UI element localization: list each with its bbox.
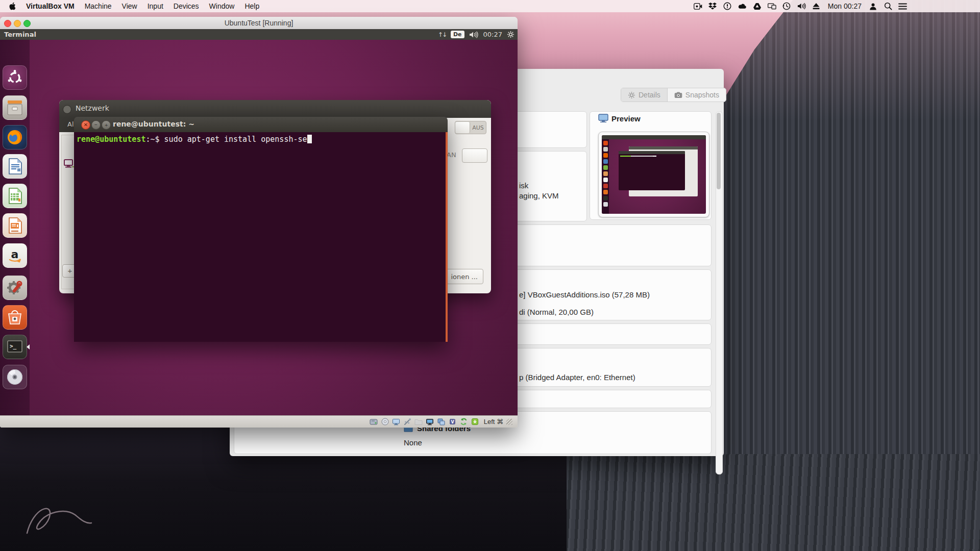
switch-knob — [455, 122, 470, 133]
display-status-icon[interactable] — [426, 417, 434, 426]
menu-input[interactable]: Input — [142, 2, 168, 10]
terminal-maximize-button[interactable]: ＋ — [102, 120, 111, 130]
mouse-integration-icon[interactable] — [459, 417, 468, 426]
ubuntu-clock[interactable]: 00:27 — [483, 31, 502, 38]
gear-icon — [628, 91, 635, 99]
resize-grip[interactable] — [506, 419, 512, 425]
manager-scrollbar[interactable] — [716, 111, 723, 474]
terminal-titlebar[interactable]: ✕ − ＋ rene@ubuntutest: ~ — [74, 117, 448, 133]
menu-window[interactable]: Window — [204, 2, 240, 10]
manager-view-tabs: Details Snapshots — [621, 88, 726, 102]
vm-window: UbuntuTest [Running] Terminal ↑↓ De 00:2… — [0, 17, 518, 428]
vm-status-bar: V Left ⌘ — [0, 415, 518, 428]
user-icon[interactable] — [869, 2, 877, 11]
network-indicator-icon[interactable]: ↑↓ — [438, 31, 446, 38]
libreoffice-writer-icon[interactable] — [3, 154, 27, 179]
prompt-symbol: :~$ — [145, 135, 164, 144]
apple-icon — [9, 2, 16, 10]
menu-machine[interactable]: Machine — [80, 2, 117, 10]
displays-icon[interactable] — [768, 2, 776, 11]
terminal-cursor — [307, 135, 312, 143]
ubuntu-app-menu[interactable]: Terminal — [4, 31, 36, 38]
software-center-icon[interactable] — [3, 305, 27, 330]
onepassword-icon[interactable] — [723, 2, 732, 11]
mini-terminal-window — [619, 151, 685, 190]
tab-snapshots[interactable]: Snapshots — [668, 88, 726, 102]
manager-scrollbar-thumb[interactable] — [717, 113, 721, 189]
tab-details[interactable]: Details — [621, 88, 668, 102]
sound-indicator-icon[interactable] — [469, 31, 479, 38]
svg-text:a: a — [11, 248, 19, 261]
terminal-minimize-button[interactable]: − — [91, 120, 101, 130]
network-icon[interactable] — [392, 417, 401, 426]
menu-virtualbox-vm[interactable]: VirtualBox VM — [21, 2, 80, 10]
all-settings-partial-label[interactable]: Al — [67, 120, 74, 128]
search-icon[interactable] — [884, 2, 892, 11]
amazon-icon[interactable]: a — [3, 243, 27, 268]
dropbox-icon[interactable] — [708, 2, 717, 11]
cloud-icon[interactable] — [738, 2, 747, 11]
host-key-hint: Left ⌘ — [484, 418, 503, 425]
mini-topbar — [602, 135, 706, 139]
network-adapter-text: p (Bridged Adapter, en0: Ethernet) — [519, 373, 635, 382]
video-camera-icon[interactable] — [694, 2, 702, 11]
svg-text:>_: >_ — [10, 343, 17, 349]
volume-icon[interactable] — [797, 2, 806, 11]
svg-text:V: V — [451, 420, 454, 424]
wired-switch-on-label: AN — [447, 151, 456, 159]
tab-details-label: Details — [639, 91, 660, 99]
terminal-close-button[interactable]: ✕ — [81, 120, 90, 130]
keyboard-capture-icon[interactable] — [471, 417, 479, 426]
wallpaper-signature — [18, 497, 94, 548]
terminal-body[interactable]: rene@ubuntutest:~$ sudo apt-get install … — [74, 132, 448, 342]
optical-disc-icon[interactable] — [381, 417, 389, 426]
terminal-right-edge-accent — [446, 132, 448, 342]
google-drive-icon[interactable] — [753, 2, 762, 11]
storage-iso-text: e] VBoxGuestAdditions.iso (57,28 MB) — [519, 290, 650, 299]
time-machine-icon[interactable] — [782, 2, 791, 11]
terminal-prompt-line: rene@ubuntutest:~$ sudo apt-get install … — [77, 135, 312, 144]
libreoffice-calc-icon[interactable] — [3, 184, 27, 208]
vm-preview-thumbnail[interactable] — [598, 132, 709, 217]
preview-heading: Preview — [611, 114, 641, 123]
dash-home-icon[interactable] — [3, 65, 27, 90]
cd-burner-icon[interactable] — [3, 365, 27, 389]
wired-network-switch[interactable] — [462, 148, 487, 163]
wallpaper-cliff-bottom — [510, 454, 980, 551]
terminal-title: rene@ubuntutest: ~ — [113, 120, 194, 128]
vm-window-title: UbuntuTest [Running] — [0, 19, 518, 27]
menu-devices[interactable]: Devices — [168, 2, 204, 10]
virtualization-chip-icon[interactable]: V — [448, 417, 457, 426]
system-settings-icon[interactable] — [3, 276, 27, 300]
menu-help[interactable]: Help — [239, 2, 264, 10]
usb-icon[interactable] — [403, 417, 412, 426]
netzwerk-titlebar[interactable]: Netzwerk — [59, 100, 491, 118]
system-bootorder-text: isk — [519, 181, 528, 190]
vm-preview-screen — [602, 135, 706, 214]
menu-bar-clock[interactable]: Mon 00:27 — [828, 2, 862, 10]
terminal-icon[interactable]: >_ — [3, 335, 27, 359]
unity-launcher: a >_ — [0, 40, 30, 415]
airplane-mode-switch[interactable]: AUS — [455, 121, 486, 134]
libreoffice-impress-icon[interactable] — [3, 213, 27, 238]
menu-view[interactable]: View — [117, 2, 142, 10]
shared-folder-status-icon[interactable] — [414, 417, 423, 426]
eject-icon[interactable] — [812, 2, 821, 11]
firefox-icon[interactable] — [3, 125, 27, 149]
session-gear-icon[interactable] — [507, 31, 514, 38]
notification-list-icon[interactable] — [898, 2, 907, 11]
preview-monitor-icon — [598, 114, 608, 122]
shared-folders-value: None — [404, 438, 422, 447]
netzwerk-close-button[interactable] — [63, 105, 71, 114]
terminal-window: ✕ − ＋ rene@ubuntutest: ~ rene@ubuntutest… — [74, 117, 448, 342]
vm-titlebar[interactable]: UbuntuTest [Running] — [0, 17, 518, 30]
files-icon[interactable] — [3, 95, 27, 120]
seamless-windows-icon[interactable] — [437, 417, 446, 426]
apple-menu[interactable] — [0, 2, 21, 10]
ubuntu-desktop: a >_ — [0, 40, 518, 415]
keyboard-layout-indicator[interactable]: De — [451, 31, 464, 38]
macos-menu-bar: VirtualBox VM Machine View Input Devices… — [0, 0, 980, 12]
typed-command: sudo apt-get install openssh-se — [164, 135, 307, 144]
storage-vdi-text: di (Normal, 20,00 GB) — [519, 308, 594, 316]
hard-disk-icon[interactable] — [370, 417, 378, 426]
